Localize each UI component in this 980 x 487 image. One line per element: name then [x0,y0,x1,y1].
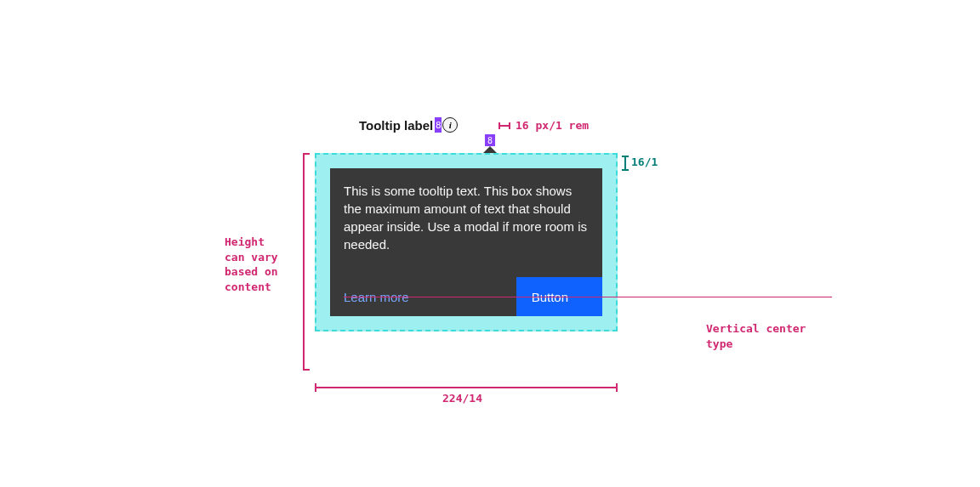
tooltip-label: Tooltip label [359,118,433,133]
spec-padding-top: 16/1 [624,155,658,171]
tooltip-trigger: Tooltip label 8 i [359,115,458,135]
tooltip-body-text: This is some tooltip text. This box show… [344,182,589,253]
spec-padding-top-label: 16/1 [631,156,658,168]
spec-vertical-mark-icon [624,156,626,171]
spec-vcenter-note: Vertical center type [706,321,806,351]
tooltip-action-row: Learn more Button [330,277,602,316]
spec-center-guideline [344,297,832,297]
tooltip-caret [483,146,497,153]
spec-icon-size-label: 16 px/1 rem [516,119,589,132]
tooltip-padding-box: This is some tooltip text. This box show… [315,153,618,331]
spec-horizontal-mark-icon [499,125,510,127]
spec-width-label: 224/14 [442,391,482,406]
tooltip: This is some tooltip text. This box show… [330,168,602,316]
spec-spacer-8: 8 [435,117,442,133]
spec-width-rule [315,387,618,388]
info-icon[interactable]: i [442,117,458,133]
spec-spacer-8b: 8 [485,134,495,146]
spec-height-brace [303,153,305,371]
spec-icon-size: 16 px/1 rem [499,119,589,132]
spec-height-note: Height can vary based on content [225,235,278,294]
info-icon-glyph: i [449,120,452,130]
